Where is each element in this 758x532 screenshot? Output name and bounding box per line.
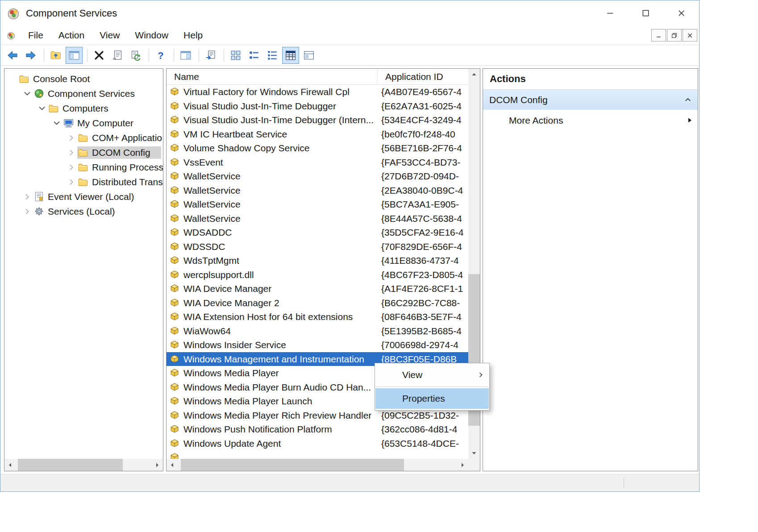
column-header-name[interactable]: Name: [167, 69, 378, 84]
collapse-section-icon[interactable]: [685, 98, 691, 102]
dcom-app-icon: [170, 270, 179, 279]
properties-sheet-button[interactable]: [109, 47, 126, 64]
expander-icon[interactable]: [21, 86, 33, 101]
dcom-list-row[interactable]: WdsTptMgmt{411E8836-4737-4: [167, 254, 468, 268]
menu-window[interactable]: Window: [127, 26, 176, 45]
show-console-tree-button[interactable]: [66, 47, 83, 64]
tree-item-my-computer[interactable]: My Computer: [4, 116, 163, 130]
tree-horizontal-scrollbar[interactable]: [4, 459, 163, 471]
toolbar-separator: [87, 49, 87, 62]
delete-button[interactable]: [91, 47, 108, 64]
view-list-button[interactable]: [264, 47, 281, 64]
dcom-list-row[interactable]: WalletService{5BC7A3A1-E905-: [167, 197, 468, 212]
scroll-left-button[interactable]: [167, 459, 178, 471]
scroll-thumb[interactable]: [18, 459, 123, 471]
title-bar: Component Services: [0, 0, 699, 26]
dcom-app-icon: [170, 143, 179, 152]
expander-icon[interactable]: [21, 204, 33, 219]
scroll-right-button[interactable]: [457, 459, 468, 471]
view-details-button[interactable]: [282, 47, 299, 64]
refresh-button[interactable]: [127, 47, 144, 64]
dcom-list-row[interactable]: Virtual Factory for Windows Firewall Cpl…: [167, 85, 468, 99]
dcom-list-row[interactable]: [167, 450, 468, 459]
dcom-list-row[interactable]: Windows Push Notification Platform{362cc…: [167, 422, 468, 436]
expander-icon[interactable]: [65, 130, 77, 145]
dcom-list-row[interactable]: wercplsupport.dll{4BC67F23-D805-4: [167, 268, 468, 282]
dcom-list-row[interactable]: WalletService{27D6B72D-094D-: [167, 169, 468, 183]
dcom-list-row[interactable]: VssEvent{FAF53CC4-BD73-: [167, 155, 468, 170]
more-actions-arrow-icon: [688, 117, 692, 123]
tree-item-com-applicatio[interactable]: COM+ Applicatio: [4, 130, 163, 145]
tree-item-component-services[interactable]: Component Services: [4, 86, 163, 101]
tree-item-dcom-config[interactable]: DCOM Config: [4, 145, 163, 160]
menu-action[interactable]: Action: [51, 26, 92, 45]
view-small-icons-button[interactable]: [246, 47, 262, 64]
actions-section-dcom-config[interactable]: DCOM Config: [483, 90, 698, 110]
show-action-pane-button[interactable]: [177, 47, 194, 64]
dcom-list-row[interactable]: WalletService{8E44A57C-5638-4: [167, 212, 468, 226]
dcom-list-row[interactable]: VM IC Heartbeat Service{be0fc7f0-f248-40: [167, 127, 468, 141]
scroll-down-button[interactable]: [468, 447, 480, 459]
expander-icon[interactable]: [65, 175, 77, 189]
scroll-left-button[interactable]: [4, 459, 16, 471]
toolbar-separator: [149, 49, 149, 62]
row-name: WIA Device Manager 2: [183, 296, 377, 310]
tree-item-computers[interactable]: Computers: [4, 101, 163, 116]
dcom-list-row[interactable]: Visual Studio Just-In-Time Debugger{E62A…: [167, 99, 468, 113]
expander-icon[interactable]: [36, 101, 48, 116]
mdi-minimize-button[interactable]: [651, 29, 666, 42]
expander-icon[interactable]: [65, 145, 77, 160]
context-menu-item-properties[interactable]: Properties: [375, 388, 489, 409]
up-folder-button[interactable]: [47, 47, 64, 64]
dcom-list-row[interactable]: Windows Update Agent{653C5148-4DCE-: [167, 436, 468, 451]
back-arrow-button[interactable]: [4, 47, 21, 64]
dcom-list-row[interactable]: WiaWow64{5E1395B2-B685-4: [167, 324, 468, 338]
expander-icon[interactable]: [21, 189, 33, 204]
dcom-list-row[interactable]: Visual Studio Just-In-Time Debugger (Int…: [167, 113, 468, 127]
mdi-close-button[interactable]: [683, 29, 697, 42]
scroll-thumb[interactable]: [181, 459, 404, 471]
toolbar-separator: [44, 49, 44, 62]
more-actions[interactable]: More Actions: [483, 110, 698, 131]
dcom-list-row[interactable]: WalletService{2EA38040-0B9C-4: [167, 183, 468, 198]
maximize-button[interactable]: [628, 0, 663, 26]
dcom-list-row[interactable]: WDSADDC{35D5CFA2-9E16-4: [167, 225, 468, 240]
help-button[interactable]: ?: [152, 47, 169, 64]
dcom-app-icon: [170, 326, 179, 335]
mdi-restore-button[interactable]: [667, 29, 682, 42]
close-button[interactable]: [663, 0, 699, 26]
expander-icon[interactable]: [50, 116, 62, 130]
view-large-icons-button[interactable]: [227, 47, 244, 64]
dcom-list-row[interactable]: WIA Extension Host for 64 bit extensions…: [167, 310, 468, 324]
dcom-app-icon: [170, 158, 179, 166]
dcom-list-row[interactable]: WIA Device Manager{A1F4E726-8CF1-1: [167, 282, 468, 296]
scroll-up-button[interactable]: [468, 69, 480, 80]
dcom-list-row[interactable]: Windows Insider Service{7006698d-2974-4: [167, 338, 468, 352]
expander-icon[interactable]: [65, 160, 77, 175]
forward-arrow-button[interactable]: [22, 47, 39, 64]
context-menu-item-view[interactable]: View: [375, 365, 489, 385]
scroll-right-button[interactable]: [151, 459, 163, 471]
dcom-list-row[interactable]: WIA Device Manager 2{B6C292BC-7C88-: [167, 296, 468, 310]
dcom-list-row[interactable]: Volume Shadow Copy Service{56BE716B-2F76…: [167, 141, 468, 155]
list-horizontal-scrollbar[interactable]: [167, 459, 468, 471]
tree-item-event-viewer-local[interactable]: Event Viewer (Local): [4, 189, 163, 204]
minimize-button[interactable]: [592, 0, 628, 26]
row-name: Visual Studio Just-In-Time Debugger: [183, 99, 377, 113]
dcom-app-icon: [170, 186, 179, 195]
tree-item-distributed-transa[interactable]: Distributed Transa: [4, 175, 163, 189]
menu-help[interactable]: Help: [176, 26, 210, 45]
tree-item-running-processe[interactable]: Running Processe: [4, 160, 163, 175]
row-name: WiaWow64: [183, 324, 377, 338]
dcom-list-row[interactable]: WDSSDC{70F829DE-656F-4: [167, 240, 468, 254]
tree-item-services-local[interactable]: Services (Local): [4, 204, 163, 219]
properties-sheet-icon: [112, 50, 123, 61]
menu-view[interactable]: View: [92, 26, 127, 45]
view-status-icon: [303, 50, 315, 61]
export-list-button[interactable]: [202, 47, 219, 64]
column-header-application-id[interactable]: Application ID: [378, 69, 468, 84]
tree-item-console-root[interactable]: Console Root: [4, 71, 163, 86]
caption-buttons: [592, 0, 699, 26]
menu-file[interactable]: File: [21, 26, 51, 45]
view-status-button[interactable]: [300, 47, 317, 64]
